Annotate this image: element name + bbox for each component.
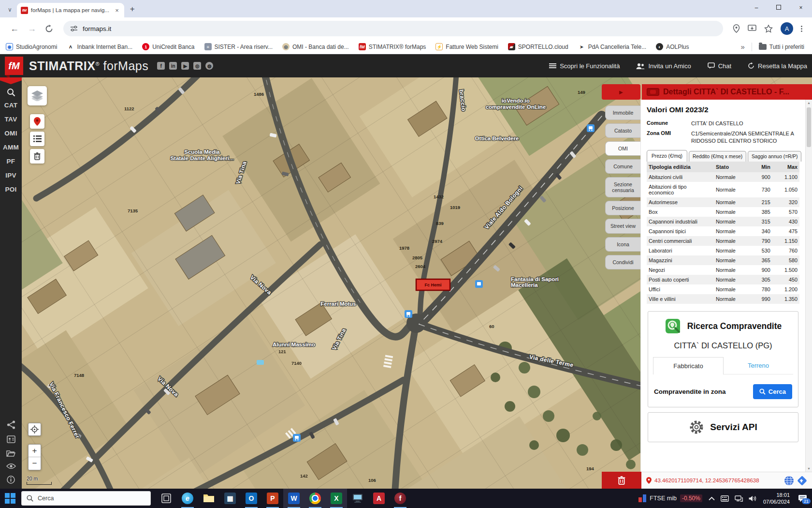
- profile-avatar[interactable]: A: [781, 22, 793, 35]
- scroll-thumb[interactable]: [807, 107, 811, 147]
- sidebar-item-omi[interactable]: OMI: [0, 130, 22, 137]
- bookmark-stimatrix[interactable]: fMSTIMATRIX® forMaps: [359, 43, 426, 50]
- scroll-down-icon[interactable]: ▼: [806, 467, 812, 470]
- task-view-button[interactable]: [156, 489, 177, 508]
- sidebar-search-icon[interactable]: [0, 88, 22, 97]
- bookmark-star-icon[interactable]: [764, 25, 773, 33]
- menu-posizione[interactable]: Posizione: [605, 201, 640, 215]
- all-bookmarks-button[interactable]: Tutti i preferiti: [759, 44, 804, 50]
- nav-invita-amico[interactable]: Invita un Amico: [636, 62, 691, 70]
- delete-selection-button[interactable]: [602, 472, 641, 489]
- directions-icon[interactable]: [797, 476, 807, 486]
- browser-tab[interactable]: fM forMaps | La mappa per navig... ×: [17, 3, 124, 17]
- nav-scopri-funzionalita[interactable]: Scopri le Funzionalità: [549, 62, 620, 70]
- taskbar-app-access[interactable]: A: [368, 489, 390, 508]
- tab-search-chevron-icon[interactable]: ∨: [8, 6, 12, 13]
- bookmark-sister[interactable]: ≡SISTER - Area riserv...: [204, 43, 273, 50]
- address-bar[interactable]: formaps.it: [63, 21, 723, 36]
- nav-chat[interactable]: Chat: [708, 62, 731, 70]
- taskbar-app-remote-desktop[interactable]: [347, 489, 368, 508]
- tab-saggio[interactable]: Saggio annuo (=R/P): [748, 151, 801, 162]
- menu-sezione-censuaria[interactable]: Sezione censuaria: [605, 177, 640, 197]
- forward-button[interactable]: →: [28, 24, 36, 34]
- website-globe-icon[interactable]: ◍: [205, 62, 213, 70]
- taskbar-clock[interactable]: 18:01 07/06/2024: [763, 492, 790, 506]
- minimize-button[interactable]: –: [745, 4, 768, 11]
- bookmark-fattureweb[interactable]: ⚡Fatture Web Sistemi: [435, 43, 498, 50]
- taskbar-app-word[interactable]: W: [283, 489, 304, 508]
- install-app-icon[interactable]: [748, 25, 756, 32]
- list-tool[interactable]: [30, 132, 44, 146]
- tab-close-icon[interactable]: ×: [114, 7, 120, 14]
- volume-icon[interactable]: [749, 495, 757, 502]
- sidebar-item-pf[interactable]: PF: [0, 158, 22, 165]
- hidden-icons-chevron[interactable]: [709, 496, 715, 501]
- reload-button[interactable]: [45, 25, 53, 33]
- bookmark-aolplus[interactable]: ◐AOLPlus: [656, 43, 689, 50]
- taskbar-app-file-explorer[interactable]: [198, 489, 219, 508]
- taskbar-app-excel[interactable]: X: [326, 489, 347, 508]
- taskbar-search[interactable]: Cerca: [21, 491, 151, 506]
- formaps-logo[interactable]: fM: [5, 57, 23, 75]
- action-center-button[interactable]: 21: [798, 494, 807, 502]
- sidebar-item-cat[interactable]: CAT: [0, 102, 22, 109]
- new-tab-button[interactable]: +: [130, 4, 135, 14]
- facebook-icon[interactable]: f: [157, 62, 165, 70]
- taskbar-app-outlook[interactable]: O: [241, 489, 262, 508]
- eye-icon[interactable]: [6, 463, 16, 469]
- share-icon[interactable]: [7, 420, 15, 429]
- panel-collapse-button[interactable]: ►: [602, 84, 640, 100]
- tab-terreno[interactable]: Terreno: [724, 357, 793, 374]
- menu-icona[interactable]: Icona: [605, 237, 640, 252]
- zoom-in-button[interactable]: +: [29, 445, 41, 457]
- taskbar-app-powerpoint[interactable]: P: [262, 489, 283, 508]
- scroll-up-icon[interactable]: ▲: [806, 101, 812, 105]
- bookmark-studioagronomi[interactable]: ◉StudioAgronomi: [6, 43, 57, 50]
- maximize-button[interactable]: [768, 4, 790, 11]
- menu-comune[interactable]: Comune: [605, 159, 640, 174]
- stock-ticker[interactable]: FTSE mib -0.50%: [638, 494, 702, 502]
- close-button[interactable]: ×: [790, 4, 812, 11]
- instagram-icon[interactable]: ◎: [193, 62, 201, 70]
- taskbar-app-firefox[interactable]: f: [390, 489, 411, 508]
- panel-scrollbar[interactable]: ▲ ▼: [805, 100, 812, 472]
- taskbar-app-store[interactable]: ▦: [219, 489, 241, 508]
- bookmark-omi[interactable]: ◎OMI - Banca dati de...: [282, 43, 349, 50]
- sidebar-item-amm[interactable]: AMM: [0, 144, 22, 151]
- folder-open-icon[interactable]: [6, 449, 15, 457]
- start-button[interactable]: [5, 493, 15, 504]
- sidebar-item-tav[interactable]: TAV: [0, 116, 22, 123]
- info-icon[interactable]: [7, 476, 15, 484]
- tab-reddito[interactable]: Reddito (€/mq x mese): [689, 151, 746, 162]
- bookmark-sportello[interactable]: ▰SPORTELLO.cloud: [508, 43, 568, 50]
- browser-menu-icon[interactable]: [801, 25, 802, 32]
- cerca-button[interactable]: Cerca: [753, 384, 792, 399]
- bookmark-pda[interactable]: ➤PdA Cancelleria Tele...: [578, 43, 647, 50]
- bookmark-unicredit[interactable]: 1UniCredit Banca: [142, 43, 194, 50]
- youtube-icon[interactable]: ▶: [181, 62, 189, 70]
- menu-omi[interactable]: OMI: [605, 141, 640, 156]
- menu-street-view[interactable]: Street view: [605, 219, 640, 233]
- tab-prezzo[interactable]: Prezzo (€/mq): [647, 150, 687, 162]
- taskbar-app-edge[interactable]: e: [177, 489, 198, 508]
- layers-control[interactable]: [28, 86, 47, 105]
- network-icon[interactable]: [735, 495, 743, 502]
- back-button[interactable]: ←: [10, 24, 19, 34]
- marker-tool[interactable]: [30, 114, 44, 129]
- clear-map-tool[interactable]: [30, 149, 44, 164]
- locate-control[interactable]: [28, 423, 41, 436]
- menu-catasto[interactable]: Catasto: [605, 123, 640, 138]
- sidebar-item-poi[interactable]: POI: [0, 186, 22, 193]
- linkedin-icon[interactable]: in: [169, 62, 177, 70]
- nav-resetta-mappa[interactable]: Resetta la Mappa: [748, 62, 807, 70]
- globe-icon[interactable]: [784, 476, 794, 486]
- sidebar-item-ipv[interactable]: IPV: [0, 172, 22, 179]
- tab-fabbricato[interactable]: Fabbricato: [653, 357, 724, 374]
- menu-immobile[interactable]: Immobile: [605, 105, 640, 120]
- bookmarks-overflow-icon[interactable]: »: [740, 43, 744, 51]
- zoom-out-button[interactable]: −: [29, 457, 41, 470]
- touch-keyboard-icon[interactable]: [721, 495, 729, 502]
- bookmark-inbank[interactable]: ΛInbank Internet Ban...: [67, 43, 132, 50]
- id-card-icon[interactable]: [7, 435, 15, 443]
- menu-condividi[interactable]: Condividi: [605, 255, 640, 269]
